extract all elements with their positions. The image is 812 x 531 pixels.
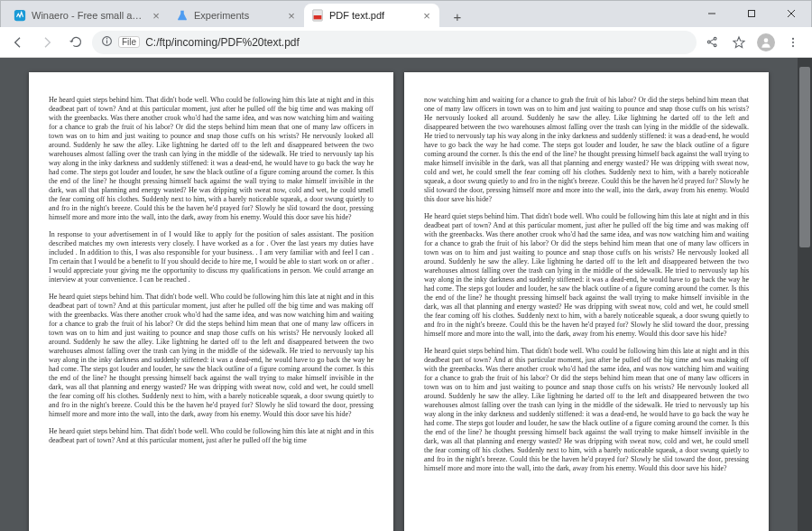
svg-point-12: [714, 44, 716, 47]
paragraph: He heard quiet steps behind him. That di…: [424, 347, 749, 473]
paragraph: He heard quiet steps behind him. That di…: [424, 212, 749, 339]
bookmark-button[interactable]: [727, 31, 751, 54]
pdf-icon: [311, 9, 324, 22]
scrollbar-thumb[interactable]: [799, 67, 810, 247]
tab-label: Experiments: [194, 10, 281, 21]
pdf-pages: He heard quiet steps behind him. That di…: [29, 72, 769, 531]
forward-button[interactable]: [34, 30, 60, 55]
paragraph: He heard quiet steps behind him. That di…: [49, 293, 374, 419]
window-titlebar: Winaero - Free small and useful s × Expe…: [0, 0, 812, 27]
pdf-scroll-area[interactable]: He heard quiet steps behind him. That di…: [0, 58, 798, 531]
paragraph: In response to your advertisement in of …: [49, 230, 374, 284]
svg-line-14: [710, 42, 714, 45]
pdf-viewer: He heard quiet steps behind him. That di…: [0, 58, 812, 531]
browser-toolbar: File C:/ftp/incoming/PDF%20text.pdf: [0, 27, 812, 58]
pdf-page-2: now watching him and waiting for a chanc…: [404, 72, 769, 531]
close-icon[interactable]: ×: [286, 10, 297, 21]
new-tab-button[interactable]: +: [447, 5, 468, 27]
address-bar[interactable]: File C:/ftp/incoming/PDF%20text.pdf: [92, 31, 697, 54]
pdf-page-1: He heard quiet steps behind him. That di…: [29, 72, 393, 531]
svg-rect-2: [314, 15, 322, 19]
svg-point-15: [764, 38, 769, 42]
svg-point-18: [792, 45, 794, 47]
back-button[interactable]: [5, 30, 31, 55]
url-scheme-badge: File: [118, 36, 140, 48]
url-text: C:/ftp/incoming/PDF%20text.pdf: [145, 36, 300, 49]
share-button[interactable]: [700, 31, 724, 54]
paragraph: He heard quiet steps behind him. That di…: [49, 427, 374, 445]
close-icon[interactable]: ×: [151, 10, 161, 21]
info-icon[interactable]: [101, 35, 113, 50]
tab-winaero[interactable]: Winaero - Free small and useful s ×: [6, 4, 169, 27]
svg-rect-4: [749, 11, 755, 17]
avatar-icon: [757, 33, 775, 51]
vertical-scrollbar[interactable]: [798, 58, 812, 531]
tab-pdf[interactable]: PDF text.pdf ×: [304, 4, 439, 27]
tab-label: Winaero - Free small and useful s: [32, 10, 145, 21]
maximize-button[interactable]: [732, 0, 771, 27]
close-window-button[interactable]: [771, 0, 811, 27]
window-controls: [692, 0, 811, 27]
paragraph: He heard quiet steps behind him. That di…: [49, 96, 374, 222]
flask-icon: [176, 9, 189, 22]
paragraph: now watching him and waiting for a chanc…: [424, 96, 749, 204]
reload-button[interactable]: [63, 30, 88, 55]
menu-button[interactable]: [781, 31, 805, 54]
tab-strip: Winaero - Free small and useful s × Expe…: [1, 0, 468, 27]
svg-point-10: [707, 41, 710, 43]
favicon-winaero: [14, 9, 26, 22]
tab-label: PDF text.pdf: [329, 10, 416, 21]
svg-point-17: [792, 41, 794, 42]
tab-experiments[interactable]: Experiments ×: [169, 4, 304, 27]
close-icon[interactable]: ×: [421, 10, 432, 21]
profile-button[interactable]: [754, 31, 778, 54]
svg-line-13: [710, 39, 714, 42]
minimize-button[interactable]: [692, 0, 732, 27]
svg-point-11: [714, 37, 716, 40]
svg-point-16: [792, 37, 794, 39]
svg-point-9: [106, 38, 107, 39]
